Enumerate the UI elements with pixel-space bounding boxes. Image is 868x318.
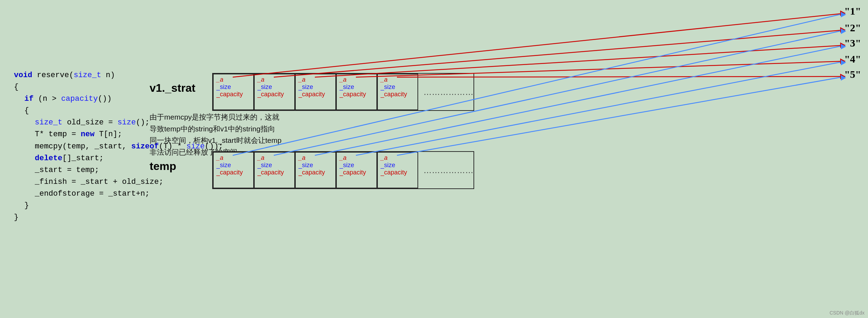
svg-line-0 bbox=[233, 13, 845, 77]
field-cap: _capacity bbox=[340, 169, 374, 176]
watermark: CSDN @白狐dx bbox=[829, 310, 865, 316]
field-cap: _capacity bbox=[216, 91, 250, 98]
field-a: _a bbox=[340, 154, 374, 162]
v1-box-4: _a _size _capacity bbox=[336, 74, 377, 110]
field-a: _a bbox=[381, 76, 415, 83]
svg-line-2 bbox=[315, 45, 845, 77]
field-a: _a bbox=[216, 154, 250, 162]
temp-box-3: _a _size _capacity bbox=[295, 152, 336, 188]
field-a: _a bbox=[340, 76, 374, 83]
temp-box-4: _a _size _capacity bbox=[336, 152, 377, 188]
field-cap: _capacity bbox=[216, 169, 250, 176]
temp-box-1: _a _size _capacity bbox=[213, 152, 254, 188]
code-line-9: _start = temp; bbox=[14, 164, 223, 176]
svg-line-1 bbox=[274, 30, 845, 77]
temp-label: temp bbox=[150, 160, 176, 173]
field-a: _a bbox=[216, 76, 250, 83]
v1-box-2: _a _size _capacity bbox=[254, 74, 295, 110]
field-cap: _capacity bbox=[340, 91, 374, 98]
field-cap: _capacity bbox=[257, 169, 292, 176]
desc-line-2: 导致temp中的string和v1中的string指向 bbox=[150, 123, 281, 135]
temp-dots: ……………… bbox=[418, 152, 473, 188]
label-4: "4" bbox=[844, 53, 861, 65]
field-a: _a bbox=[381, 154, 415, 162]
field-cap: _capacity bbox=[381, 169, 415, 176]
field-a: _a bbox=[298, 76, 333, 83]
field-a: _a bbox=[257, 154, 292, 162]
field-size: _size bbox=[298, 162, 333, 169]
v1-dots: ……………… bbox=[418, 74, 473, 110]
field-size: _size bbox=[257, 83, 292, 91]
field-size: _size bbox=[298, 83, 333, 91]
field-size: _size bbox=[381, 83, 415, 91]
field-size: _size bbox=[340, 162, 374, 169]
field-cap: _capacity bbox=[298, 91, 333, 98]
desc-line-1: 由于memcpy是按字节拷贝过来的，这就 bbox=[150, 111, 281, 123]
label-1: "1" bbox=[844, 5, 861, 17]
v1-strat-label: v1._strat bbox=[150, 82, 196, 95]
field-size: _size bbox=[257, 162, 292, 169]
field-size: _size bbox=[381, 162, 415, 169]
field-size: _size bbox=[340, 83, 374, 91]
field-size: _size bbox=[216, 162, 250, 169]
label-5: "5" bbox=[844, 68, 861, 80]
code-line-11: _endofstorage = _start+n; bbox=[14, 188, 223, 200]
field-cap: _capacity bbox=[257, 91, 292, 98]
temp-box-5: _a _size _capacity bbox=[377, 152, 418, 188]
v1-strat-array: _a _size _capacity _a _size _capacity _a… bbox=[212, 73, 474, 111]
code-line-3: if (n > capacity()) bbox=[14, 93, 223, 105]
v1-box-3: _a _size _capacity bbox=[295, 74, 336, 110]
field-cap: _capacity bbox=[298, 169, 333, 176]
field-a: _a bbox=[298, 154, 333, 162]
code-line-12: } bbox=[14, 200, 223, 212]
temp-box-2: _a _size _capacity bbox=[254, 152, 295, 188]
code-line-13: } bbox=[14, 212, 223, 223]
label-3: "3" bbox=[844, 37, 861, 49]
desc-line-3: 同一块空间，析构v1._start时就会让temp bbox=[150, 134, 281, 146]
temp-array: _a _size _capacity _a _size _capacity _a… bbox=[212, 151, 474, 189]
field-size: _size bbox=[216, 83, 250, 91]
v1-box-1: _a _size _capacity bbox=[213, 74, 254, 110]
label-2: "2" bbox=[844, 22, 861, 34]
field-a: _a bbox=[257, 76, 292, 83]
v1-box-5: _a _size _capacity bbox=[377, 74, 418, 110]
code-line-1: void reserve(size_t n) bbox=[14, 70, 223, 81]
code-line-10: _finish = _start + old_size; bbox=[14, 176, 223, 188]
field-cap: _capacity bbox=[381, 91, 415, 98]
